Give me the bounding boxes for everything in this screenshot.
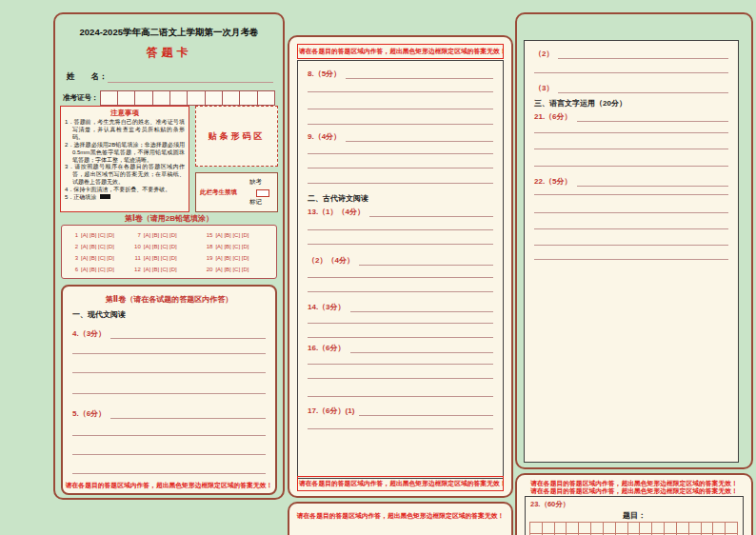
absent-checkbox[interactable] (256, 189, 269, 197)
answer-line[interactable] (308, 337, 493, 338)
answer-line[interactable] (72, 353, 266, 354)
bubble-row[interactable]: 6[A] [B] [C] [D] (68, 264, 130, 275)
exam-number-cell[interactable] (239, 90, 257, 106)
absent-label-top: 缺考 (244, 178, 268, 187)
question-number: 20 (202, 267, 212, 272)
bubble-row[interactable]: 11[A] [B] [C] [D] (130, 252, 203, 264)
question-14-label: 14.（3分） (308, 302, 350, 312)
answer-line[interactable] (308, 396, 493, 397)
option-bubbles[interactable]: [A] [B] [C] [D] (144, 244, 177, 249)
bubble-row[interactable]: 3[A] [B] [C] [D] (68, 252, 130, 264)
question-17-label: 17.（6分）(1) (308, 406, 359, 416)
option-bubbles[interactable]: [A] [B] [C] [D] (81, 267, 114, 272)
answer-line[interactable] (534, 132, 728, 133)
exam-number-label: 准考证号： (63, 93, 99, 103)
question-17-3-row: （3） (534, 83, 728, 93)
answer-line[interactable] (72, 372, 266, 373)
answer-line[interactable] (308, 183, 493, 184)
option-bubbles[interactable]: [A] [B] [C] [D] (215, 244, 249, 249)
option-bubbles[interactable]: [A] [B] [C] [D] (144, 255, 177, 261)
option-bubbles[interactable]: [A] [B] [C] [D] (215, 255, 249, 261)
exam-number-cell[interactable] (152, 90, 170, 106)
barcode-area: 贴条形码区 (195, 106, 278, 167)
answer-line[interactable] (72, 473, 266, 474)
answer-line[interactable] (308, 291, 493, 292)
name-label: 姓 名： (67, 71, 108, 83)
exam-number-cell[interactable] (222, 90, 240, 106)
answer-line[interactable] (308, 168, 493, 168)
bubble-row[interactable]: 15[A] [B] [C] [D] (202, 229, 274, 241)
answer-line[interactable] (308, 109, 493, 109)
answer-line[interactable] (558, 50, 728, 59)
answer-line[interactable] (72, 393, 266, 394)
answer-line[interactable] (534, 228, 728, 229)
exam-number-cell[interactable] (134, 90, 152, 106)
answer-line[interactable] (308, 244, 493, 245)
exam-number-cell[interactable] (257, 90, 275, 106)
answer-line[interactable] (534, 166, 728, 167)
answer-line[interactable] (534, 259, 728, 260)
answer-line[interactable] (110, 410, 266, 419)
bubble-row[interactable]: 2[A] [B] [C] [D] (68, 241, 130, 252)
answer-line[interactable] (577, 113, 728, 122)
option-bubbles[interactable]: [A] [B] [C] [D] (81, 255, 114, 261)
option-bubbles[interactable]: [A] [B] [C] [D] (81, 232, 114, 238)
question-8-row: 8.（5分） (308, 69, 493, 79)
option-bubbles[interactable]: [A] [B] [C] [D] (215, 232, 249, 238)
answer-line[interactable] (369, 208, 493, 217)
answer-line[interactable] (308, 428, 493, 429)
answer-line[interactable] (350, 304, 493, 312)
essay-answer-area: 23.（60分） 题目： (525, 496, 744, 535)
answer-line[interactable] (72, 454, 266, 455)
bubble-row[interactable]: 19[A] [B] [C] [D] (202, 252, 274, 264)
answer-line[interactable] (534, 194, 728, 195)
answer-line[interactable] (308, 153, 493, 154)
warning-text: 请在各题目的答题区域内作答，超出黑色矩形边框限定区域的答案无效！ (291, 511, 509, 521)
answer-line[interactable] (577, 178, 728, 187)
bubble-row[interactable]: 12[A] [B] [C] [D] (130, 264, 203, 275)
exam-number-cell[interactable] (169, 90, 188, 106)
bubble-row[interactable]: 10[A] [B] [C] [D] (130, 241, 203, 252)
answer-line[interactable] (359, 257, 493, 266)
exam-number-cell[interactable] (117, 90, 135, 106)
answer-line[interactable] (72, 435, 266, 436)
bubble-column-3: 15[A] [B] [C] [D]18[A] [B] [C] [D]19[A] … (202, 229, 274, 276)
answer-line[interactable] (308, 378, 493, 379)
answer-line[interactable] (308, 323, 493, 324)
question-17-row: 17.（6分）(1) (308, 406, 493, 416)
question-21-row: 21.（6分） (534, 111, 728, 122)
exam-number-cell[interactable] (205, 90, 223, 106)
bubble-row[interactable]: 1[A] [B] [C] [D] (68, 229, 130, 241)
answer-line[interactable] (534, 212, 728, 213)
question-4-row: 4.（3分） (72, 328, 266, 339)
answer-line[interactable] (308, 124, 493, 125)
bubble-row[interactable]: 20[A] [B] [C] [D] (202, 264, 274, 275)
bubble-row[interactable]: 18[A] [B] [C] [D] (202, 241, 274, 252)
answer-line[interactable] (350, 345, 493, 353)
answer-line[interactable] (308, 364, 493, 365)
exam-number-cell[interactable] (100, 90, 118, 106)
answer-line[interactable] (346, 70, 493, 79)
right-answer-area: （2） （3） 三、语言文字运用（20分） 21.（6分） 22.（5分） (524, 40, 739, 463)
exam-number-cell[interactable] (187, 90, 205, 106)
notice-item: 1．答题前，考生先将自己的姓名、准考证号填写清楚，并认真检查监考员所粘贴的条形码… (65, 119, 185, 142)
answer-line[interactable] (534, 72, 728, 73)
answer-line[interactable] (534, 245, 728, 246)
bubble-row[interactable]: 7[A] [B] [C] [D] (130, 229, 203, 241)
answer-line[interactable] (359, 407, 493, 416)
question-16-row: 16.（6分） (308, 343, 493, 353)
answer-line[interactable] (308, 91, 493, 92)
option-bubbles[interactable]: [A] [B] [C] [D] (215, 267, 249, 272)
part2-title: 第Ⅱ卷（请在各试题的答题区内作答） (63, 294, 275, 305)
option-bubbles[interactable]: [A] [B] [C] [D] (81, 244, 114, 249)
answer-line[interactable] (534, 149, 728, 149)
answer-line[interactable] (110, 330, 266, 339)
answer-line[interactable] (346, 133, 493, 142)
answer-line[interactable] (308, 277, 493, 278)
answer-line[interactable] (558, 85, 728, 93)
option-bubbles[interactable]: [A] [B] [C] [D] (144, 232, 177, 238)
notice-item: 3．请按照题号顺序在各题目的答题区域内作答，超出区域书写的答案无效；在草稿纸、试… (65, 164, 185, 187)
name-input-line[interactable] (108, 74, 274, 83)
option-bubbles[interactable]: [A] [B] [C] [D] (144, 267, 177, 272)
answer-line[interactable] (308, 229, 493, 230)
